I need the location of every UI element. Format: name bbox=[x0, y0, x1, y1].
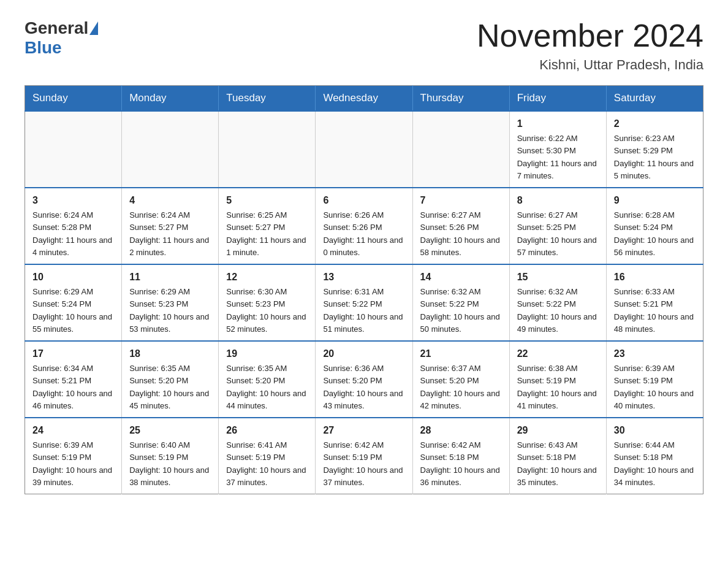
calendar-cell: 12Sunrise: 6:30 AMSunset: 5:23 PMDayligh… bbox=[219, 264, 316, 341]
day-info: Sunrise: 6:40 AMSunset: 5:19 PMDaylight:… bbox=[129, 440, 209, 487]
day-info: Sunrise: 6:28 AMSunset: 5:24 PMDaylight:… bbox=[614, 210, 694, 257]
day-info: Sunrise: 6:23 AMSunset: 5:29 PMDaylight:… bbox=[614, 134, 694, 180]
page-header: General Blue November 2024 Kishni, Uttar… bbox=[25, 18, 703, 73]
calendar-cell: 13Sunrise: 6:31 AMSunset: 5:22 PMDayligh… bbox=[316, 264, 412, 341]
day-number: 25 bbox=[129, 423, 211, 438]
calendar-body: 1Sunrise: 6:22 AMSunset: 5:30 PMDaylight… bbox=[25, 111, 703, 494]
calendar-cell: 23Sunrise: 6:39 AMSunset: 5:19 PMDayligh… bbox=[606, 341, 703, 418]
day-number: 19 bbox=[226, 347, 308, 361]
calendar-cell: 4Sunrise: 6:24 AMSunset: 5:27 PMDaylight… bbox=[122, 188, 219, 264]
day-number: 21 bbox=[420, 347, 502, 361]
day-info: Sunrise: 6:42 AMSunset: 5:18 PMDaylight:… bbox=[420, 440, 500, 487]
day-info: Sunrise: 6:24 AMSunset: 5:27 PMDaylight:… bbox=[129, 210, 209, 257]
day-info: Sunrise: 6:30 AMSunset: 5:23 PMDaylight:… bbox=[226, 287, 306, 334]
day-number: 29 bbox=[517, 423, 599, 438]
calendar-week-row: 17Sunrise: 6:34 AMSunset: 5:21 PMDayligh… bbox=[25, 341, 703, 418]
calendar-cell: 28Sunrise: 6:42 AMSunset: 5:18 PMDayligh… bbox=[412, 418, 509, 494]
calendar-cell bbox=[316, 111, 412, 188]
day-info: Sunrise: 6:32 AMSunset: 5:22 PMDaylight:… bbox=[420, 287, 500, 334]
day-info: Sunrise: 6:36 AMSunset: 5:20 PMDaylight:… bbox=[323, 364, 403, 410]
day-number: 26 bbox=[226, 423, 308, 438]
calendar-cell: 29Sunrise: 6:43 AMSunset: 5:18 PMDayligh… bbox=[509, 418, 606, 494]
calendar-week-row: 1Sunrise: 6:22 AMSunset: 5:30 PMDaylight… bbox=[25, 111, 703, 188]
day-info: Sunrise: 6:35 AMSunset: 5:20 PMDaylight:… bbox=[226, 364, 306, 410]
logo-text: General bbox=[25, 18, 99, 38]
calendar-cell: 7Sunrise: 6:27 AMSunset: 5:26 PMDaylight… bbox=[412, 188, 509, 264]
calendar-day-header-friday: Friday bbox=[509, 86, 606, 112]
day-info: Sunrise: 6:29 AMSunset: 5:24 PMDaylight:… bbox=[32, 287, 112, 334]
calendar-cell: 30Sunrise: 6:44 AMSunset: 5:18 PMDayligh… bbox=[606, 418, 703, 494]
day-number: 30 bbox=[614, 423, 696, 438]
day-number: 9 bbox=[614, 193, 696, 208]
logo: General Blue bbox=[25, 18, 99, 58]
day-number: 10 bbox=[32, 270, 114, 285]
day-number: 23 bbox=[614, 347, 696, 361]
calendar-table: SundayMondayTuesdayWednesdayThursdayFrid… bbox=[25, 85, 703, 494]
day-info: Sunrise: 6:35 AMSunset: 5:20 PMDaylight:… bbox=[129, 364, 209, 410]
calendar-day-header-saturday: Saturday bbox=[606, 86, 703, 112]
day-info: Sunrise: 6:29 AMSunset: 5:23 PMDaylight:… bbox=[129, 287, 209, 334]
calendar-cell: 20Sunrise: 6:36 AMSunset: 5:20 PMDayligh… bbox=[316, 341, 412, 418]
calendar-cell: 5Sunrise: 6:25 AMSunset: 5:27 PMDaylight… bbox=[219, 188, 316, 264]
calendar-day-header-wednesday: Wednesday bbox=[316, 86, 412, 112]
calendar-cell: 18Sunrise: 6:35 AMSunset: 5:20 PMDayligh… bbox=[122, 341, 219, 418]
day-info: Sunrise: 6:27 AMSunset: 5:26 PMDaylight:… bbox=[420, 210, 500, 257]
day-number: 5 bbox=[226, 193, 308, 208]
day-number: 13 bbox=[323, 270, 404, 285]
calendar-week-row: 10Sunrise: 6:29 AMSunset: 5:24 PMDayligh… bbox=[25, 264, 703, 341]
calendar-cell: 9Sunrise: 6:28 AMSunset: 5:24 PMDaylight… bbox=[606, 188, 703, 264]
calendar-cell: 10Sunrise: 6:29 AMSunset: 5:24 PMDayligh… bbox=[25, 264, 122, 341]
day-info: Sunrise: 6:32 AMSunset: 5:22 PMDaylight:… bbox=[517, 287, 597, 334]
calendar-cell bbox=[122, 111, 219, 188]
day-info: Sunrise: 6:41 AMSunset: 5:19 PMDaylight:… bbox=[226, 440, 306, 487]
calendar-cell: 8Sunrise: 6:27 AMSunset: 5:25 PMDaylight… bbox=[509, 188, 606, 264]
calendar-cell: 3Sunrise: 6:24 AMSunset: 5:28 PMDaylight… bbox=[25, 188, 122, 264]
calendar-day-header-sunday: Sunday bbox=[25, 86, 122, 112]
day-number: 15 bbox=[517, 270, 599, 285]
day-number: 22 bbox=[517, 347, 599, 361]
calendar-cell: 6Sunrise: 6:26 AMSunset: 5:26 PMDaylight… bbox=[316, 188, 412, 264]
day-info: Sunrise: 6:27 AMSunset: 5:25 PMDaylight:… bbox=[517, 210, 597, 257]
day-info: Sunrise: 6:22 AMSunset: 5:30 PMDaylight:… bbox=[517, 134, 597, 180]
day-info: Sunrise: 6:25 AMSunset: 5:27 PMDaylight:… bbox=[226, 210, 306, 257]
month-title: November 2024 bbox=[477, 18, 703, 53]
day-info: Sunrise: 6:34 AMSunset: 5:21 PMDaylight:… bbox=[32, 364, 112, 410]
calendar-cell: 22Sunrise: 6:38 AMSunset: 5:19 PMDayligh… bbox=[509, 341, 606, 418]
day-info: Sunrise: 6:33 AMSunset: 5:21 PMDaylight:… bbox=[614, 287, 694, 334]
calendar-cell bbox=[219, 111, 316, 188]
calendar-cell: 27Sunrise: 6:42 AMSunset: 5:19 PMDayligh… bbox=[316, 418, 412, 494]
day-number: 24 bbox=[32, 423, 114, 438]
day-info: Sunrise: 6:42 AMSunset: 5:19 PMDaylight:… bbox=[323, 440, 403, 487]
calendar-cell: 21Sunrise: 6:37 AMSunset: 5:20 PMDayligh… bbox=[412, 341, 509, 418]
title-section: November 2024 Kishni, Uttar Pradesh, Ind… bbox=[477, 18, 703, 73]
calendar-cell: 26Sunrise: 6:41 AMSunset: 5:19 PMDayligh… bbox=[219, 418, 316, 494]
day-number: 3 bbox=[32, 193, 114, 208]
day-number: 6 bbox=[323, 193, 404, 208]
day-number: 18 bbox=[129, 347, 211, 361]
calendar-cell bbox=[25, 111, 122, 188]
calendar-cell: 19Sunrise: 6:35 AMSunset: 5:20 PMDayligh… bbox=[219, 341, 316, 418]
calendar-cell bbox=[412, 111, 509, 188]
day-number: 2 bbox=[614, 117, 696, 131]
day-number: 17 bbox=[32, 347, 114, 361]
day-number: 1 bbox=[517, 117, 599, 131]
calendar-cell: 24Sunrise: 6:39 AMSunset: 5:19 PMDayligh… bbox=[25, 418, 122, 494]
day-number: 27 bbox=[323, 423, 404, 438]
calendar-day-header-monday: Monday bbox=[122, 86, 219, 112]
calendar-cell: 1Sunrise: 6:22 AMSunset: 5:30 PMDaylight… bbox=[509, 111, 606, 188]
calendar-cell: 16Sunrise: 6:33 AMSunset: 5:21 PMDayligh… bbox=[606, 264, 703, 341]
logo-triangle-icon bbox=[89, 21, 98, 35]
day-number: 7 bbox=[420, 193, 502, 208]
day-number: 14 bbox=[420, 270, 502, 285]
day-info: Sunrise: 6:43 AMSunset: 5:18 PMDaylight:… bbox=[517, 440, 597, 487]
logo-general: General bbox=[25, 18, 88, 38]
calendar-header: SundayMondayTuesdayWednesdayThursdayFrid… bbox=[25, 86, 703, 112]
day-number: 8 bbox=[517, 193, 599, 208]
day-number: 16 bbox=[614, 270, 696, 285]
calendar-cell: 15Sunrise: 6:32 AMSunset: 5:22 PMDayligh… bbox=[509, 264, 606, 341]
calendar-day-header-tuesday: Tuesday bbox=[219, 86, 316, 112]
day-info: Sunrise: 6:44 AMSunset: 5:18 PMDaylight:… bbox=[614, 440, 694, 487]
day-number: 12 bbox=[226, 270, 308, 285]
day-number: 20 bbox=[323, 347, 404, 361]
day-info: Sunrise: 6:37 AMSunset: 5:20 PMDaylight:… bbox=[420, 364, 500, 410]
